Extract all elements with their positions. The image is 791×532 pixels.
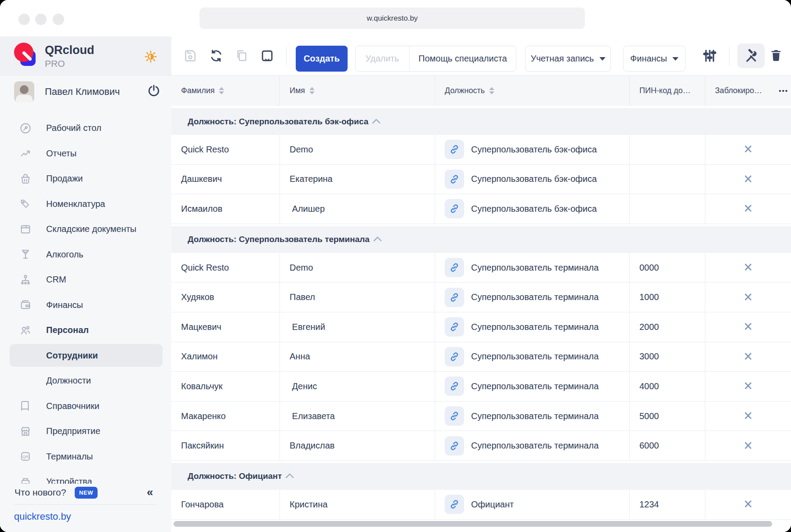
blocked-cell: ✕ <box>705 312 791 342</box>
sidebar-item-label: Алкоголь <box>46 250 83 260</box>
employee-row[interactable]: Макаренко Елизавета Суперпользователь те… <box>171 402 791 431</box>
pin-cell: 4000 <box>630 372 705 401</box>
employee-row[interactable]: Исмаилов Алишер Суперпользователь бэк-оф… <box>171 194 791 224</box>
position-cell: Суперпользователь бэк-офиса <box>435 194 630 224</box>
logout-power-icon[interactable] <box>147 83 161 98</box>
not-blocked-x-icon[interactable]: ✕ <box>744 499 753 510</box>
sidebar-item-label: Отчеты <box>46 148 76 159</box>
column-header-pin[interactable]: ПИН-код до… <box>630 76 705 106</box>
save-icon[interactable] <box>183 49 197 63</box>
copy-icon[interactable] <box>235 49 249 63</box>
lastname-cell: Quick Resto <box>171 253 280 282</box>
position-link-icon[interactable] <box>445 170 464 189</box>
position-link-icon[interactable] <box>445 436 464 456</box>
refresh-icon[interactable] <box>209 49 223 63</box>
theme-brightness-icon[interactable] <box>144 50 157 63</box>
position-link-icon[interactable] <box>445 288 464 307</box>
specialist-help-button[interactable]: Помощь специалиста <box>410 54 516 64</box>
position-link-icon[interactable] <box>445 376 464 396</box>
column-header-lastname[interactable]: Фамилия <box>171 76 280 106</box>
employee-row[interactable]: Ковальчук Денис Суперпользователь термин… <box>171 372 791 402</box>
finance-dropdown[interactable]: Финансы <box>623 46 686 72</box>
address-bar[interactable]: w.quickresto.by <box>200 7 585 29</box>
employee-row[interactable]: Quick Resto Demo Суперпользователь терми… <box>171 253 791 283</box>
sidebar-item-номенклатура[interactable]: Номенклатура <box>0 192 171 217</box>
group-header[interactable]: Должность: Суперпользователь бэк-офиса <box>171 108 791 135</box>
not-blocked-x-icon[interactable]: ✕ <box>744 321 753 333</box>
sidebar-item-алкоголь[interactable]: Алкоголь <box>0 242 171 267</box>
position-link-icon[interactable] <box>445 140 464 159</box>
sidebar-item-предприятие[interactable]: Предприятие <box>0 419 171 444</box>
position-link-icon[interactable] <box>445 406 464 426</box>
employee-row[interactable]: Худяков Павел Суперпользователь терминал… <box>171 282 791 312</box>
import-tray-icon[interactable] <box>260 49 274 63</box>
not-blocked-x-icon[interactable]: ✕ <box>744 410 753 422</box>
sidebar-item-продажи[interactable]: Продажи <box>0 166 171 191</box>
trash-icon[interactable] <box>769 48 783 62</box>
sidebar-item-рабочий-стол[interactable]: Рабочий стол <box>0 116 171 141</box>
position-label: Суперпользователь терминала <box>471 381 599 391</box>
group-title: Должность: Суперпользователь бэк-офиса <box>188 117 368 127</box>
position-link-icon[interactable] <box>445 347 464 366</box>
sidebar-item-терминалы[interactable]: QRТерминалы <box>0 444 171 469</box>
quickresto-site-link[interactable]: quickresto.by <box>14 511 71 522</box>
sidebar-item-справочники[interactable]: Справочники <box>0 394 171 419</box>
whats-new-link[interactable]: Что нового? <box>15 487 66 498</box>
sort-icon <box>489 87 494 94</box>
table-body: Должность: Суперпользователь бэк-офиса Q… <box>171 106 791 532</box>
account-dropdown[interactable]: Учетная запись <box>525 46 611 72</box>
employee-row[interactable]: Дашкевич Екатерина Суперпользователь бэк… <box>171 165 791 195</box>
position-cell: Суперпользователь терминала <box>435 253 630 282</box>
group-header[interactable]: Должность: Официант <box>171 463 791 490</box>
employee-row[interactable]: Quick Resto Demo Суперпользователь бэк-о… <box>171 135 791 165</box>
delete-button[interactable]: Удалить <box>356 46 410 71</box>
collapse-sidebar-icon[interactable]: « <box>147 485 153 499</box>
position-link-icon[interactable] <box>445 495 464 514</box>
column-header-position[interactable]: Должность <box>435 76 630 106</box>
sidebar-item-складские-документы[interactable]: Складские документы <box>0 217 171 242</box>
sidebar-item-должности[interactable]: Должности <box>0 368 171 393</box>
not-blocked-x-icon[interactable]: ✕ <box>744 173 753 185</box>
not-blocked-x-icon[interactable]: ✕ <box>744 261 753 273</box>
position-cell: Суперпользователь терминала <box>435 402 630 431</box>
user-row[interactable]: Павел Климович <box>0 76 171 109</box>
column-header-firstname[interactable]: Имя <box>280 76 435 106</box>
not-blocked-x-icon[interactable]: ✕ <box>744 440 753 452</box>
sidebar-item-сотрудники[interactable]: Сотрудники <box>0 343 171 368</box>
blocked-cell: ✕ <box>705 372 791 401</box>
not-blocked-x-icon[interactable]: ✕ <box>744 144 753 156</box>
not-blocked-x-icon[interactable]: ✕ <box>744 291 753 303</box>
horizontal-scrollbar-thumb[interactable] <box>174 521 772 527</box>
filter-sliders-icon[interactable] <box>702 48 716 62</box>
sidebar-item-отчеты[interactable]: Отчеты <box>0 141 171 166</box>
employee-row[interactable]: Мацкевич Евгений Суперпользователь терми… <box>171 312 791 342</box>
not-blocked-x-icon[interactable]: ✕ <box>744 351 753 362</box>
create-button[interactable]: Создать <box>296 46 348 72</box>
sidebar-item-label: CRM <box>46 275 66 285</box>
position-link-icon[interactable] <box>445 199 464 218</box>
position-link-icon[interactable] <box>445 258 464 277</box>
employee-row[interactable]: Гончарова Кристина Официант 1234 ✕ <box>171 490 791 520</box>
window-close-button[interactable] <box>18 14 30 25</box>
firstname-cell: Алишер <box>280 194 435 224</box>
employee-row[interactable]: Халимон Анна Суперпользователь терминала… <box>171 342 791 372</box>
position-link-icon[interactable] <box>445 317 464 337</box>
employee-row[interactable]: Паксяйкин Владислав Суперпользователь те… <box>171 431 791 461</box>
firstname-cell: Екатерина <box>280 165 435 194</box>
position-label: Суперпользователь терминала <box>471 441 599 451</box>
position-label: Официант <box>471 499 514 510</box>
sidebar-item-финансы[interactable]: Финансы <box>0 293 171 318</box>
not-blocked-x-icon[interactable]: ✕ <box>744 203 753 215</box>
window-minimize-button[interactable] <box>35 14 47 25</box>
sidebar-item-персонал[interactable]: Персонал <box>0 318 171 343</box>
sales-icon <box>19 173 32 185</box>
not-blocked-x-icon[interactable]: ✕ <box>744 380 753 392</box>
sidebar-item-crm[interactable]: CRM <box>0 267 171 292</box>
position-label: Суперпользователь терминала <box>471 351 599 362</box>
more-columns-button[interactable]: ••• <box>779 76 788 106</box>
nomenclature-icon <box>19 198 32 210</box>
group-header[interactable]: Должность: Суперпользователь терминала <box>171 226 791 253</box>
tools-button[interactable] <box>737 43 765 68</box>
window-zoom-button[interactable] <box>53 14 64 25</box>
column-header-blocked[interactable]: Заблокиро… ••• <box>705 76 791 106</box>
